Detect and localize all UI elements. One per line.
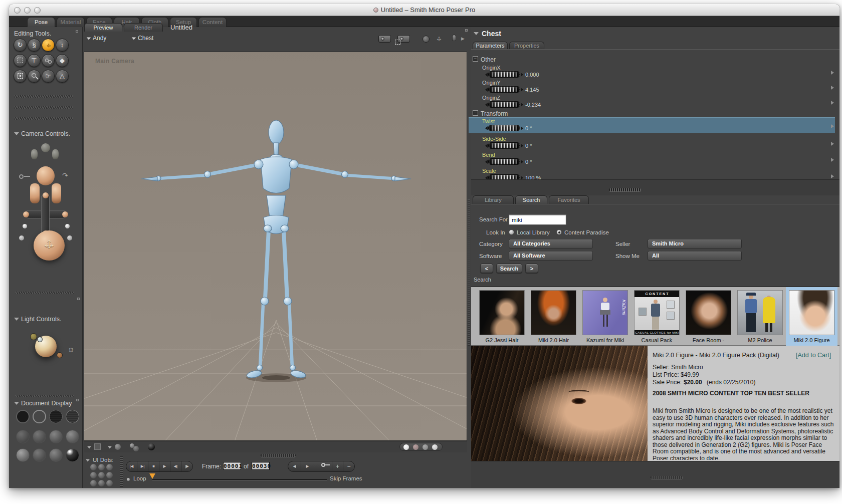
light-3-dot[interactable] [57,352,63,358]
actor-dropdown[interactable]: Andy [86,35,106,42]
content-paradise-radio[interactable] [556,229,562,235]
display-silhouette-icon[interactable] [16,410,30,423]
camera-dot-icon[interactable] [19,235,24,240]
result-face-room[interactable]: Face Room - [683,287,734,346]
software-dropdown[interactable]: All Software [509,251,593,261]
translate-tool-button[interactable]: ↔ ↕ [42,39,55,52]
originx-dial[interactable] [485,71,523,78]
camera-view-icon[interactable] [378,35,391,43]
twist-selected-row[interactable] [469,117,835,133]
sidebar-separator[interactable] [14,95,73,98]
light-controls-collapse-icon[interactable] [14,318,19,321]
param-menu-arrow[interactable] [831,142,834,146]
palette-widget-icon[interactable] [76,399,79,401]
display-dot[interactable] [432,444,438,450]
right-hand-camera-icon[interactable] [52,183,61,203]
display-hiddenline-icon[interactable] [66,410,79,423]
search-input[interactable] [509,214,566,225]
next-key-button[interactable]: ▶ [301,461,314,471]
display-smooth-lined-icon[interactable] [33,448,46,462]
grouping-tool-button[interactable] [14,70,27,83]
chain-break-tool-button[interactable] [42,54,55,67]
local-library-radio[interactable] [509,229,514,235]
color-tool-button[interactable]: ◆ [56,54,69,67]
display-cartoon-icon[interactable] [66,430,79,443]
tab-favorites[interactable]: Favorites [549,195,589,204]
morph-tool-button[interactable]: ☞ [42,70,55,83]
tab-search[interactable]: Search [515,195,547,204]
display-sketch-icon[interactable] [66,448,79,462]
move-camera-icon[interactable]: ↔ ↕ [435,35,443,43]
rotate-camera-icon[interactable]: ↷ [62,171,68,179]
camera-dolly-y-icon[interactable] [41,194,50,234]
palette-widget-icon[interactable] [465,29,468,32]
param-value-bend[interactable]: 0 ° [525,159,532,165]
param-value-originz[interactable]: -0.234 [525,102,541,108]
prev-key-button[interactable]: ◀ [288,461,301,471]
display-dot[interactable] [413,444,418,450]
camera-dot-icon[interactable] [65,224,70,228]
timeline-slider[interactable] [152,479,327,480]
tab-pose[interactable]: Pose [27,17,55,27]
step-forward-button[interactable]: |▶ [181,461,192,471]
shadow-ball-icon[interactable] [148,443,155,450]
light-2-dot[interactable] [37,337,43,342]
sideside-dial[interactable] [485,142,523,149]
face-camera-icon[interactable] [37,166,55,185]
timeline-marker[interactable] [149,473,155,479]
display-flat-lined-icon[interactable] [49,430,63,443]
tab-properties[interactable]: Properties [509,42,544,50]
originz-dial[interactable] [485,101,523,108]
edit-keyframes-button[interactable] [314,461,332,471]
result-kazumi-for-miki[interactable]: KaZumi Kazumi for Miki [579,287,631,346]
last-frame-button[interactable]: ▶| [137,461,148,471]
add-key-button[interactable]: + [332,461,343,471]
body-part-dropdown[interactable]: Chest [131,35,153,42]
display-dot[interactable] [423,444,428,450]
chest-collapse-icon[interactable] [474,32,479,35]
key-handle-icon[interactable] [19,174,24,179]
frame-total-field[interactable]: 00030 [252,462,270,470]
camera-dot-icon[interactable] [23,224,27,228]
seller-dropdown[interactable]: Smith Micro [648,239,742,248]
parameters-drag-handle[interactable] [609,188,641,191]
tracking-collapse-icon[interactable] [108,446,112,449]
palette-widget-icon[interactable] [77,298,80,300]
result-miki-20-figure-selected[interactable]: Miki 2.0 Figure [786,287,837,346]
tab-parameters[interactable]: Parameters [473,42,508,50]
camera-select-icon[interactable] [397,35,410,43]
view-magnifier-tool-button[interactable] [28,70,41,83]
tracking-ball-icon[interactable] [115,444,121,450]
originy-dial[interactable] [485,86,523,93]
ui-dots-collapse-icon[interactable] [86,459,90,462]
tab-preview[interactable]: Preview [84,23,122,32]
play-button[interactable]: ▶ [159,461,170,471]
trackball-mini-icon[interactable] [423,36,430,43]
tracking-square-icon[interactable] [94,443,101,450]
param-value-originy[interactable]: 4.145 [525,87,539,93]
lefthand-camera-icon[interactable] [31,149,38,159]
camera-dot-icon[interactable] [67,235,72,240]
ui-dots-grid[interactable] [89,464,115,488]
display-outline-icon[interactable] [33,410,46,423]
result-casual-pack[interactable]: CONTENT CASUAL CLOTHES for MIKI Casual P… [631,287,683,346]
righthand-camera-icon[interactable] [52,149,59,159]
param-value-twist[interactable]: 0 ° [525,125,532,131]
flyaround-camera-icon[interactable] [41,143,50,152]
twist-dial[interactable] [485,125,523,131]
tab-library[interactable]: Library [473,195,514,204]
result-g2-jessi-hair[interactable]: G2 Jessi Hair [476,287,528,346]
param-value-scale[interactable]: 100 % [525,175,541,179]
category-dropdown[interactable]: All Categories [509,239,593,248]
document-display-collapse-icon[interactable] [14,402,19,405]
display-texture-shaded-icon[interactable] [49,448,63,462]
step-back-button[interactable]: ◀| [170,461,181,471]
sun-icon[interactable]: ☼ [68,345,75,353]
param-menu-arrow[interactable] [831,174,834,178]
param-menu-arrow[interactable] [831,71,834,75]
first-frame-button[interactable]: |◀ [126,461,137,471]
camera-trackball[interactable]: ↔ ↕ [34,230,65,261]
next-page-button[interactable]: > [525,264,538,273]
twist-tool-button[interactable]: § [28,39,41,52]
param-menu-arrow[interactable] [831,124,834,128]
